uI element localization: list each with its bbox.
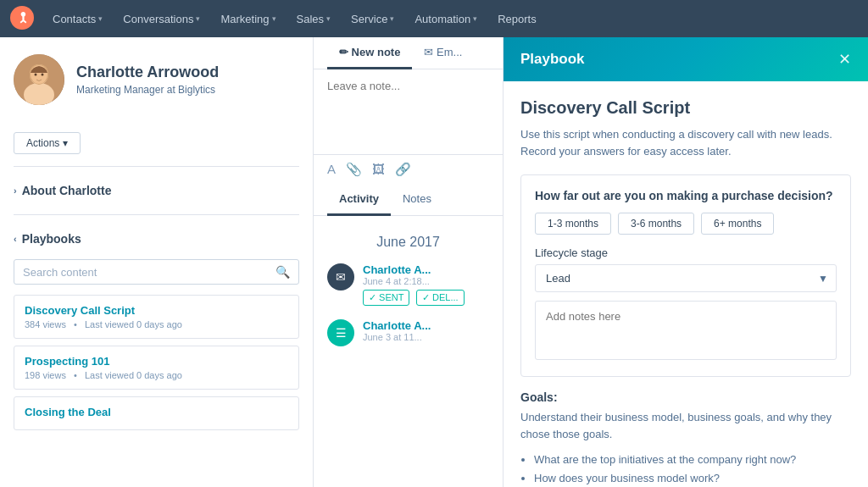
playbook-panel: Playbook ✕ Discovery Call Script Use thi… xyxy=(504,37,868,487)
option-buttons: 1-3 months 3-6 months 6+ months xyxy=(535,213,837,235)
notes-textarea[interactable] xyxy=(535,301,837,360)
playbook-item[interactable]: Closing the Deal xyxy=(14,396,299,430)
playbook-header-title: Playbook xyxy=(520,51,585,68)
activity-person-name: Charlotte A... xyxy=(363,263,489,276)
attach-icon[interactable]: 📎 xyxy=(346,162,362,177)
playbooks-section: ‹ Playbooks 🔍 Discovery Call Script 384 … xyxy=(14,227,299,430)
note-tabs: ✏ New note ✉ Em... xyxy=(314,37,503,69)
divider xyxy=(14,214,299,215)
option-6-plus-months[interactable]: 6+ months xyxy=(701,213,774,235)
activity-item: ✉ Charlotte A... June 4 at 2:18... ✓ SEN… xyxy=(327,263,489,306)
activity-badges: ✓ SENT ✓ DEL... xyxy=(363,286,489,306)
playbook-description: Use this script when conducting a discov… xyxy=(520,126,851,159)
tab-new-note[interactable]: ✏ New note xyxy=(327,37,412,69)
nav-conversations[interactable]: Conversations ▾ xyxy=(114,8,209,30)
nav-contacts[interactable]: Contacts ▾ xyxy=(44,8,111,30)
tab-notes[interactable]: Notes xyxy=(391,184,443,216)
search-input[interactable] xyxy=(23,266,275,279)
text-format-icon[interactable]: A xyxy=(327,162,336,177)
tab-email[interactable]: ✉ Em... xyxy=(412,37,474,69)
left-panel: Charlotte Arrowood Marketing Manager at … xyxy=(0,37,314,487)
lifecycle-field-label: Lifecycle stage xyxy=(535,246,837,259)
nav-sales[interactable]: Sales ▾ xyxy=(288,8,340,30)
delivered-badge: ✓ DEL... xyxy=(416,290,465,306)
activity-email-icon: ✉ xyxy=(327,263,354,291)
hubspot-logo xyxy=(10,6,34,32)
contact-info: Charlotte Arrowood Marketing Manager at … xyxy=(76,64,219,96)
playbook-body: Discovery Call Script Use this script wh… xyxy=(504,81,868,487)
about-section-label: About Charlotte xyxy=(22,184,112,197)
chevron-down-icon: ▾ xyxy=(196,14,200,23)
avatar xyxy=(14,54,64,105)
nav-marketing[interactable]: Marketing ▾ xyxy=(212,8,284,30)
playbook-item[interactable]: Discovery Call Script 384 views • Last v… xyxy=(14,295,299,339)
playbooks-section-header[interactable]: ‹ Playbooks xyxy=(14,227,299,251)
chevron-down-icon: ‹ xyxy=(14,234,17,244)
option-3-6-months[interactable]: 3-6 months xyxy=(618,213,694,235)
svg-point-0 xyxy=(10,6,34,30)
note-textarea[interactable] xyxy=(314,69,503,154)
playbook-item-title: Prospecting 101 xyxy=(25,355,288,368)
activity-item: ☰ Charlotte A... June 3 at 11... xyxy=(327,319,489,346)
activity-person-name: Charlotte A... xyxy=(363,319,489,332)
chevron-down-icon: ▾ xyxy=(272,14,276,23)
divider xyxy=(14,166,299,167)
link-icon[interactable]: 🔗 xyxy=(395,162,411,177)
top-navigation: Contacts ▾ Conversations ▾ Marketing ▾ S… xyxy=(0,0,868,37)
nav-automation[interactable]: Automation ▾ xyxy=(406,8,486,30)
note-toolbar: A 📎 🖼 🔗 xyxy=(314,154,503,184)
goals-description: Understand their business model, busines… xyxy=(520,409,851,442)
goals-list-item: What are the top initiatives at the comp… xyxy=(534,451,851,469)
option-1-3-months[interactable]: 1-3 months xyxy=(535,213,611,235)
goals-title: Goals: xyxy=(520,390,851,404)
main-container: Charlotte Arrowood Marketing Manager at … xyxy=(0,37,868,487)
activity-note-icon: ☰ xyxy=(327,319,354,346)
goals-section: Goals: Understand their business model, … xyxy=(520,390,851,487)
nav-service[interactable]: Service ▾ xyxy=(342,8,403,30)
playbook-item-title: Closing the Deal xyxy=(25,406,288,418)
playbook-header: Playbook ✕ xyxy=(504,37,868,81)
chevron-right-icon: › xyxy=(14,185,17,196)
activity-tabs: Activity Notes xyxy=(314,184,503,216)
activity-time: June 3 at 11... xyxy=(363,332,489,342)
nav-reports[interactable]: Reports xyxy=(489,8,545,30)
contact-title: Marketing Manager at Biglytics xyxy=(76,84,219,96)
activity-content: Charlotte A... June 4 at 2:18... ✓ SENT … xyxy=(363,263,489,306)
svg-point-6 xyxy=(42,74,44,76)
playbook-item-meta: 198 views • Last viewed 0 days ago xyxy=(25,370,288,380)
playbook-item-meta: 384 views • Last viewed 0 days ago xyxy=(25,319,288,329)
question-card: How far out are you on making a purchase… xyxy=(520,174,851,377)
activity-date-header: June 2017 xyxy=(327,235,489,250)
playbook-item[interactable]: Prospecting 101 198 views • Last viewed … xyxy=(14,346,299,390)
playbook-script-title: Discovery Call Script xyxy=(520,98,851,118)
lifecycle-select[interactable]: Lead MQL SQL Opportunity Customer xyxy=(535,264,837,292)
contact-name: Charlotte Arrowood xyxy=(76,64,219,81)
question-text: How far out are you on making a purchase… xyxy=(535,189,837,202)
sent-badge: ✓ SENT xyxy=(363,290,409,306)
search-icon: 🔍 xyxy=(275,265,290,279)
tab-activity[interactable]: Activity xyxy=(327,184,391,216)
chevron-down-icon: ▾ xyxy=(473,14,477,23)
activity-feed: June 2017 ✉ Charlotte A... June 4 at 2:1… xyxy=(314,216,503,370)
activity-content: Charlotte A... June 3 at 11... xyxy=(363,319,489,342)
activity-time: June 4 at 2:18... xyxy=(363,276,489,286)
lifecycle-select-wrap: Lead MQL SQL Opportunity Customer ▼ xyxy=(535,264,837,292)
middle-panel: ✏ New note ✉ Em... A 📎 🖼 🔗 Activity Note… xyxy=(314,37,504,487)
actions-button[interactable]: Actions ▾ xyxy=(14,132,81,154)
chevron-down-icon: ▾ xyxy=(326,14,331,23)
avatar-image xyxy=(14,54,64,105)
svg-point-5 xyxy=(35,74,37,76)
playbook-item-title: Discovery Call Script xyxy=(25,304,288,317)
chevron-down-icon: ▾ xyxy=(390,14,394,23)
goals-list: What are the top initiatives at the comp… xyxy=(520,451,851,487)
about-section-header[interactable]: › About Charlotte xyxy=(14,179,299,202)
search-box: 🔍 xyxy=(14,259,299,285)
contact-card: Charlotte Arrowood Marketing Manager at … xyxy=(14,54,299,105)
close-button[interactable]: ✕ xyxy=(838,52,851,67)
image-icon[interactable]: 🖼 xyxy=(372,162,385,177)
playbook-list: Discovery Call Script 384 views • Last v… xyxy=(14,295,299,430)
playbooks-section-label: Playbooks xyxy=(22,232,81,246)
chevron-down-icon: ▾ xyxy=(98,14,103,23)
goals-list-item: How does your business model work? xyxy=(534,469,851,487)
